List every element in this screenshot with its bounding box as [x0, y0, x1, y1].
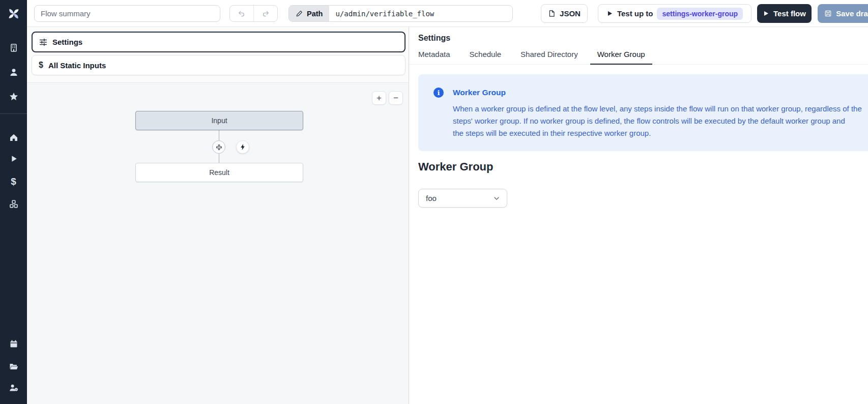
resources-cubes-icon[interactable] — [0, 196, 27, 212]
path-control: Path u/admin/verifiable_flow — [288, 5, 513, 22]
info-box-text: the steps will be executed in their resp… — [453, 127, 868, 139]
settings-tabs: Metadata Schedule Shared Directory Worke… — [409, 47, 868, 65]
schedules-calendar-icon[interactable] — [0, 336, 27, 352]
play-icon — [606, 10, 613, 17]
trigger-button[interactable] — [236, 140, 249, 154]
flow-summary-input[interactable] — [34, 5, 220, 22]
panel-title: Settings — [418, 34, 450, 43]
plus-cross-icon — [215, 143, 223, 151]
json-button[interactable]: JSON — [541, 4, 588, 23]
workspace-building-icon[interactable] — [0, 40, 27, 55]
undo-button[interactable] — [230, 6, 253, 21]
test-flow-label: Test flow — [773, 9, 806, 18]
favorites-star-icon[interactable] — [0, 89, 27, 104]
save-icon — [824, 10, 832, 17]
flow-editor-panel: Settings $ All Static Inputs + − Input R… — [27, 27, 409, 404]
all-static-inputs-label: All Static Inputs — [48, 61, 106, 70]
test-up-to-label: Test up to — [617, 9, 653, 18]
info-icon: i — [433, 88, 444, 98]
runs-play-icon[interactable] — [0, 151, 27, 166]
input-node[interactable]: Input — [135, 111, 303, 130]
tab-schedule[interactable]: Schedule — [470, 47, 502, 64]
undo-redo-group — [229, 5, 278, 22]
top-toolbar: Path u/admin/verifiable_flow JSON Test u… — [27, 0, 868, 27]
home-icon[interactable] — [0, 130, 27, 145]
chevron-down-icon — [493, 194, 501, 203]
windmill-logo[interactable] — [0, 0, 27, 27]
tab-metadata[interactable]: Metadata — [418, 47, 450, 64]
save-draft-label: Save draft — [836, 9, 868, 18]
info-box-text: steps' worker group. If no worker group … — [453, 115, 868, 127]
variables-dollar-icon[interactable]: $ — [0, 174, 27, 189]
user-icon[interactable] — [0, 65, 27, 80]
play-icon — [763, 10, 769, 17]
redo-button[interactable] — [253, 6, 277, 21]
path-value-field[interactable]: u/admin/verifiable_flow — [329, 6, 440, 21]
redo-icon — [262, 10, 270, 18]
path-edit-button[interactable]: Path — [289, 6, 329, 21]
worker-group-info-box: i Worker Group When a worker group is de… — [418, 74, 868, 151]
folders-icon[interactable] — [0, 359, 27, 374]
workers-user-cog-icon[interactable] — [0, 380, 27, 395]
left-nav-rail: $ — [0, 0, 27, 404]
input-node-label: Input — [211, 117, 227, 125]
windmill-logo-icon — [7, 7, 21, 21]
worker-group-select[interactable]: foo — [418, 189, 507, 208]
rail-divider — [0, 113, 27, 114]
tab-worker-group[interactable]: Worker Group — [597, 47, 645, 64]
pencil-icon — [296, 10, 303, 17]
zoom-out-button[interactable]: − — [389, 91, 403, 105]
result-node[interactable]: Result — [135, 163, 303, 182]
info-box-title: Worker Group — [453, 88, 506, 97]
zoom-in-button[interactable]: + — [372, 91, 386, 105]
all-static-inputs-node[interactable]: $ All Static Inputs — [32, 55, 406, 75]
lightning-bolt-icon — [239, 143, 246, 151]
info-box-text: When a worker group is defined at the fl… — [453, 103, 868, 115]
test-flow-button[interactable]: Test flow — [757, 4, 812, 23]
test-up-to-button[interactable]: Test up to settings-worker-group — [598, 4, 751, 23]
json-button-label: JSON — [560, 9, 581, 18]
tab-shared-directory[interactable]: Shared Directory — [520, 47, 578, 64]
test-up-to-target-badge: settings-worker-group — [657, 8, 743, 20]
worker-group-select-value: foo — [426, 194, 437, 203]
add-step-button[interactable] — [212, 140, 225, 154]
worker-group-heading: Worker Group — [418, 160, 494, 174]
save-draft-button[interactable]: Save draft — [818, 4, 868, 23]
undo-icon — [238, 10, 246, 18]
sliders-icon — [39, 38, 48, 47]
json-file-icon — [548, 10, 556, 17]
result-node-label: Result — [209, 168, 229, 177]
path-value: u/admin/verifiable_flow — [335, 10, 434, 18]
dollar-icon: $ — [39, 61, 43, 70]
settings-panel: Settings Metadata Schedule Shared Direct… — [409, 27, 868, 404]
path-label: Path — [307, 10, 323, 18]
flow-settings-label: Settings — [52, 38, 82, 46]
flow-settings-node[interactable]: Settings — [32, 32, 406, 52]
